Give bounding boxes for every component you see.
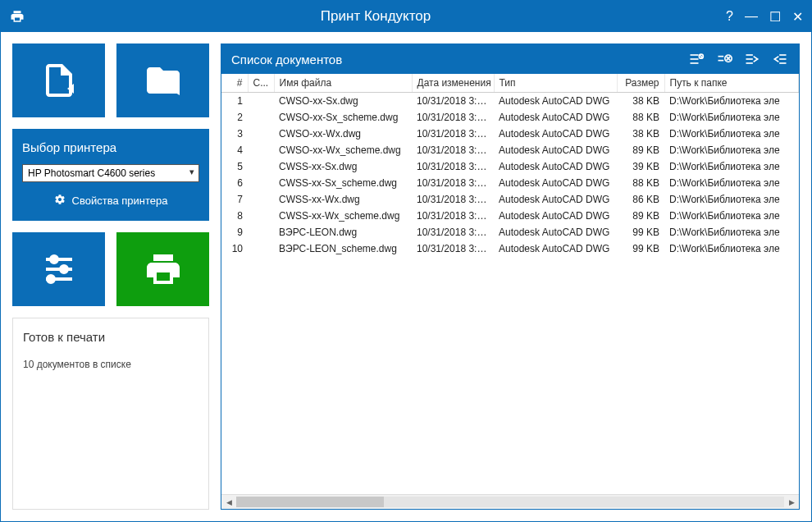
document-table: # С... Имя файла Дата изменения Тип Разм…: [221, 74, 799, 257]
cell-num: 1: [221, 93, 248, 110]
cell-modified: 10/31/2018 3:5...: [412, 191, 494, 208]
cell-path: D:\Work\Библиотека эле: [664, 224, 799, 240]
cell-type: Autodesk AutoCAD DWG: [494, 109, 617, 126]
cell-modified: 10/31/2018 3:5...: [412, 93, 494, 110]
table-row[interactable]: 10ВЭРС-LEON_scheme.dwg10/31/2018 3:5...A…: [221, 240, 799, 257]
cell-type: Autodesk AutoCAD DWG: [494, 175, 617, 191]
printer-select[interactable]: HP Photosmart C4600 series: [22, 164, 199, 182]
cell-path: D:\Work\Библиотека эле: [664, 158, 799, 175]
close-button[interactable]: ✕: [792, 9, 803, 25]
col-size[interactable]: Размер: [617, 74, 664, 93]
svg-point-3: [61, 266, 67, 272]
col-path[interactable]: Путь к папке: [664, 74, 799, 93]
move-left-icon[interactable]: [771, 50, 789, 68]
printer-panel: Выбор принтера HP Photosmart C4600 serie…: [12, 129, 209, 221]
cell-size: 89 KB: [617, 208, 664, 224]
cell-status: [248, 240, 274, 257]
cell-status: [248, 224, 274, 240]
col-status[interactable]: С...: [248, 74, 274, 93]
cell-filename: CWSO-xx-Wx_scheme.dwg: [274, 142, 412, 158]
cell-path: D:\Work\Библиотека эле: [664, 240, 799, 257]
svg-line-10: [700, 55, 702, 57]
titlebar: Принт Кондуктор ? — ☐ ✕: [1, 1, 811, 32]
scroll-left-arrow[interactable]: ◀: [221, 495, 236, 510]
cell-filename: CWSS-xx-Wx.dwg: [274, 191, 412, 208]
cell-path: D:\Work\Библиотека эле: [664, 175, 799, 191]
svg-point-1: [51, 256, 57, 263]
cell-size: 39 KB: [617, 158, 664, 175]
col-filename[interactable]: Имя файла: [274, 74, 412, 93]
col-type[interactable]: Тип: [494, 74, 617, 93]
col-modified[interactable]: Дата изменения: [412, 74, 494, 93]
status-panel: Готов к печати 10 документов в списке: [12, 318, 209, 510]
table-row[interactable]: 4CWSO-xx-Wx_scheme.dwg10/31/2018 3:5...A…: [221, 142, 799, 158]
cell-status: [248, 93, 274, 110]
maximize-button[interactable]: ☐: [769, 9, 781, 25]
cell-filename: CWSS-xx-Sx.dwg: [274, 158, 412, 175]
add-folder-tile[interactable]: [116, 44, 209, 117]
cell-status: [248, 109, 274, 126]
cell-modified: 10/31/2018 3:5...: [412, 208, 494, 224]
cell-status: [248, 126, 274, 142]
cell-status: [248, 158, 274, 175]
cell-type: Autodesk AutoCAD DWG: [494, 191, 617, 208]
table-row[interactable]: 1CWSO-xx-Sx.dwg10/31/2018 3:5...Autodesk…: [221, 93, 799, 110]
cell-type: Autodesk AutoCAD DWG: [494, 142, 617, 158]
cell-num: 6: [221, 175, 248, 191]
cell-status: [248, 191, 274, 208]
cell-size: 38 KB: [617, 93, 664, 110]
cell-filename: CWSO-xx-Sx_scheme.dwg: [274, 109, 412, 126]
cell-modified: 10/31/2018 3:5...: [412, 142, 494, 158]
printer-icon: [9, 8, 25, 25]
cell-type: Autodesk AutoCAD DWG: [494, 208, 617, 224]
horizontal-scrollbar[interactable]: ◀ ▶: [221, 494, 799, 509]
gear-icon: [54, 194, 66, 208]
cell-num: 7: [221, 191, 248, 208]
cell-size: 99 KB: [617, 240, 664, 257]
cell-num: 2: [221, 109, 248, 126]
cell-filename: ВЭРС-LEON.dwg: [274, 224, 412, 240]
printer-panel-title: Выбор принтера: [22, 140, 199, 154]
help-button[interactable]: ?: [726, 9, 733, 25]
table-row[interactable]: 3CWSO-xx-Wx.dwg10/31/2018 3:5...Autodesk…: [221, 126, 799, 142]
cell-path: D:\Work\Библиотека эле: [664, 93, 799, 110]
table-row[interactable]: 2CWSO-xx-Sx_scheme.dwg10/31/2018 3:5...A…: [221, 109, 799, 126]
cell-num: 8: [221, 208, 248, 224]
table-header-row: # С... Имя файла Дата изменения Тип Разм…: [221, 74, 799, 93]
table-row[interactable]: 6CWSS-xx-Sx_scheme.dwg10/31/2018 3:5...A…: [221, 175, 799, 191]
scroll-thumb[interactable]: [236, 497, 384, 507]
cell-filename: ВЭРС-LEON_scheme.dwg: [274, 240, 412, 257]
cell-type: Autodesk AutoCAD DWG: [494, 158, 617, 175]
settings-tile[interactable]: [12, 232, 105, 306]
printer-properties-link[interactable]: Свойства принтера: [22, 190, 199, 211]
cell-path: D:\Work\Библиотека эле: [664, 126, 799, 142]
col-num[interactable]: #: [221, 74, 248, 93]
cell-filename: CWSO-xx-Wx.dwg: [274, 126, 412, 142]
cell-num: 5: [221, 158, 248, 175]
minimize-button[interactable]: —: [745, 9, 758, 25]
cell-path: D:\Work\Библиотека эле: [664, 109, 799, 126]
move-right-icon[interactable]: [743, 50, 761, 68]
cell-type: Autodesk AutoCAD DWG: [494, 240, 617, 257]
table-row[interactable]: 8CWSS-xx-Wx_scheme.dwg10/31/2018 3:5...A…: [221, 208, 799, 224]
remove-item-icon[interactable]: [715, 50, 733, 68]
cell-path: D:\Work\Библиотека эле: [664, 208, 799, 224]
cell-path: D:\Work\Библиотека эле: [664, 142, 799, 158]
cell-modified: 10/31/2018 3:5...: [412, 158, 494, 175]
table-row[interactable]: 5CWSS-xx-Sx.dwg10/31/2018 3:5...Autodesk…: [221, 158, 799, 175]
cell-size: 88 KB: [617, 175, 664, 191]
table-row[interactable]: 9ВЭРС-LEON.dwg10/31/2018 3:5...Autodesk …: [221, 224, 799, 240]
app-title: Принт Кондуктор: [25, 8, 726, 25]
scroll-right-arrow[interactable]: ▶: [784, 495, 799, 510]
print-tile[interactable]: [116, 232, 209, 306]
document-list-title: Список документов: [231, 53, 687, 66]
cell-num: 4: [221, 142, 248, 158]
status-title: Готов к печати: [23, 330, 198, 344]
add-files-tile[interactable]: [12, 44, 105, 117]
table-row[interactable]: 7CWSS-xx-Wx.dwg10/31/2018 3:5...Autodesk…: [221, 191, 799, 208]
filter-list-icon[interactable]: [687, 50, 705, 68]
cell-num: 9: [221, 224, 248, 240]
cell-size: 88 KB: [617, 109, 664, 126]
status-text: 10 документов в списке: [23, 359, 198, 370]
document-list-panel: Список документов: [221, 44, 800, 510]
